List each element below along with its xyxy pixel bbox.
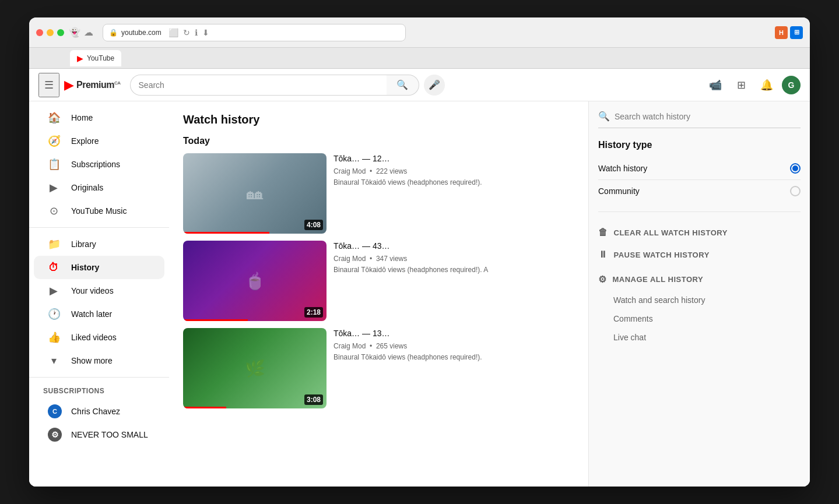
subscriptions-icon: 📋 bbox=[48, 158, 59, 171]
video-desc-2: Binaural Tōkaidō views (headphones requi… bbox=[334, 265, 574, 275]
right-panel: 🔍 History type Watch history Community bbox=[588, 101, 810, 487]
video-list: 🏘 4:08 Tōka… — 12… Craig Mod • bbox=[183, 153, 574, 408]
search-input[interactable] bbox=[130, 75, 387, 96]
youtube-app: ☰ ▶ PremiumCA 🔍 🎤 📹 ⊞ 🔔 G bbox=[29, 69, 810, 487]
sidebar-divider-1 bbox=[29, 227, 169, 228]
share-icon[interactable]: ⬜ bbox=[168, 28, 178, 37]
yt-premium-text: Premium bbox=[76, 80, 114, 90]
sidebar-item-youtube-music[interactable]: ⊙ YouTube Music bbox=[34, 199, 164, 223]
active-tab[interactable]: ▶ YouTube bbox=[70, 50, 121, 66]
radio-label-watch-history: Watch history bbox=[598, 164, 647, 173]
extension-h[interactable]: H bbox=[775, 26, 788, 39]
manage-watch-search[interactable]: Watch and search history bbox=[598, 291, 801, 309]
video-duration-2: 2:18 bbox=[304, 307, 323, 318]
refresh-icon[interactable]: ↻ bbox=[183, 28, 190, 37]
sidebar-label-your-videos: Your videos bbox=[71, 286, 114, 295]
cloud-icon[interactable]: ☁ bbox=[84, 27, 93, 38]
sidebar-item-watch-later[interactable]: 🕐 Watch later bbox=[34, 302, 164, 326]
video-meta-1: Craig Mod • 222 views bbox=[334, 167, 574, 175]
close-button[interactable] bbox=[36, 29, 43, 36]
chevron-down-icon: ▾ bbox=[48, 354, 59, 367]
home-icon: 🏠 bbox=[48, 111, 59, 124]
create-button[interactable]: 📹 bbox=[705, 75, 726, 96]
sidebar-item-chris-chavez[interactable]: C Chris Chavez bbox=[34, 400, 164, 423]
search-history-input[interactable] bbox=[615, 112, 801, 121]
video-desc-3: Binaural Tōkaidō views (headphones requi… bbox=[334, 353, 574, 362]
sidebar-item-liked-videos[interactable]: 👍 Liked videos bbox=[34, 326, 164, 349]
sidebar-item-subscriptions[interactable]: 📋 Subscriptions bbox=[34, 153, 164, 176]
search-history-icon: 🔍 bbox=[598, 111, 610, 122]
sidebar-item-your-videos[interactable]: ▶ Your videos bbox=[34, 279, 164, 302]
clear-all-button[interactable]: 🗑 CLEAR ALL WATCH HISTORY bbox=[598, 221, 801, 244]
sidebar-label-liked-videos: Liked videos bbox=[71, 333, 117, 342]
sidebar-item-originals[interactable]: ▶ Originals bbox=[34, 176, 164, 199]
music-icon: ⊙ bbox=[48, 205, 59, 217]
video-thumbnail-1[interactable]: 🏘 4:08 bbox=[183, 153, 327, 234]
youtube-favicon: ▶ bbox=[77, 54, 83, 63]
tab-bar: ▶ YouTube bbox=[29, 48, 810, 69]
sidebar-item-show-more[interactable]: ▾ Show more bbox=[34, 349, 164, 372]
video-thumbnail-2[interactable]: 🍵 2:18 bbox=[183, 241, 327, 321]
history-type-title: History type bbox=[598, 140, 801, 150]
mac-window: 👻 ☁ 🔒 youtube.com ⬜ ↻ ℹ ⬇ H ⊞ ▶ YouTube bbox=[29, 17, 810, 487]
view-count-2: 347 views bbox=[376, 255, 407, 263]
avatar[interactable]: G bbox=[782, 76, 801, 94]
manage-all-button[interactable]: ⚙ MANAGE ALL HISTORY bbox=[598, 268, 801, 291]
traffic-lights bbox=[36, 29, 64, 36]
sidebar-item-never-too-small[interactable]: ⚙ NEVER TOO SMALL bbox=[34, 423, 164, 446]
sidebar-label-library: Library bbox=[71, 239, 96, 249]
ghost-icon[interactable]: 👻 bbox=[69, 27, 80, 38]
browser-nav: 👻 ☁ bbox=[69, 27, 93, 38]
mic-button[interactable]: 🎤 bbox=[424, 75, 445, 96]
subscriptions-title: SUBSCRIPTIONS bbox=[29, 382, 169, 400]
manage-live-chat[interactable]: Live chat bbox=[598, 328, 801, 347]
view-count-1: 222 views bbox=[376, 167, 407, 175]
video-info-2: Tōka… — 43… Craig Mod • 347 views Binaur… bbox=[334, 241, 574, 274]
video-info-3: Tōka… — 13… Craig Mod • 265 views Binaur… bbox=[334, 328, 574, 362]
radio-option-community[interactable]: Community bbox=[598, 179, 801, 202]
search-button[interactable]: 🔍 bbox=[387, 75, 419, 96]
menu-button[interactable]: ☰ bbox=[38, 73, 59, 97]
channel-name-3: Craig Mod bbox=[334, 342, 366, 350]
video-progress-bar-3 bbox=[183, 407, 226, 408]
radio-circle-community[interactable] bbox=[790, 186, 801, 196]
notifications-button[interactable]: 🔔 bbox=[756, 75, 777, 96]
manage-comments[interactable]: Comments bbox=[598, 309, 801, 328]
extension-b[interactable]: ⊞ bbox=[790, 26, 803, 39]
yt-logo[interactable]: ▶ PremiumCA bbox=[64, 77, 121, 93]
sidebar-divider-2 bbox=[29, 377, 169, 378]
table-row[interactable]: 🏘 4:08 Tōka… — 12… Craig Mod • bbox=[183, 153, 574, 234]
pause-watch-button[interactable]: ⏸ PAUSE WATCH HISTORY bbox=[598, 244, 801, 266]
chris-chavez-avatar: C bbox=[48, 404, 62, 418]
radio-option-watch-history[interactable]: Watch history bbox=[598, 157, 801, 179]
sidebar-item-explore[interactable]: 🧭 Explore bbox=[34, 129, 164, 153]
video-desc-1: Binaural Tōkaidō views (headphones requi… bbox=[334, 178, 574, 188]
thumb-scene-icon-2: 🍵 bbox=[245, 272, 265, 291]
watch-later-icon: 🕐 bbox=[48, 308, 59, 320]
history-icon: ⏱ bbox=[48, 262, 59, 274]
thumb-scene-icon: 🏘 bbox=[247, 184, 263, 203]
sidebar-item-library[interactable]: 📁 Library bbox=[34, 232, 164, 256]
video-title-3: Tōka… — 13… bbox=[334, 328, 574, 340]
sidebar-item-history[interactable]: ⏱ History bbox=[34, 256, 164, 279]
sidebar-item-home[interactable]: 🏠 Home bbox=[34, 106, 164, 129]
address-bar-icons: ⬜ ↻ ℹ ⬇ bbox=[168, 28, 209, 37]
video-thumbnail-3[interactable]: 🌿 3:08 bbox=[183, 328, 327, 408]
maximize-button[interactable] bbox=[57, 29, 64, 36]
explore-icon: 🧭 bbox=[48, 135, 59, 147]
minimize-button[interactable] bbox=[47, 29, 54, 36]
download-icon[interactable]: ⬇ bbox=[202, 28, 209, 37]
address-bar[interactable]: 🔒 youtube.com ⬜ ↻ ℹ ⬇ bbox=[103, 24, 406, 41]
info-icon[interactable]: ℹ bbox=[195, 28, 198, 37]
pause-watch-label: PAUSE WATCH HISTORY bbox=[614, 251, 710, 259]
your-videos-icon: ▶ bbox=[48, 284, 59, 297]
radio-label-community: Community bbox=[598, 186, 640, 196]
sidebar-label-explore: Explore bbox=[71, 136, 99, 146]
table-row[interactable]: 🍵 2:18 Tōka… — 43… Craig Mod • bbox=[183, 241, 574, 321]
radio-circle-watch-history[interactable] bbox=[790, 163, 801, 174]
apps-button[interactable]: ⊞ bbox=[731, 75, 752, 96]
sidebar-label-music: YouTube Music bbox=[71, 206, 127, 216]
section-date: Today bbox=[183, 136, 574, 146]
yt-logo-icon: ▶ bbox=[64, 77, 74, 93]
table-row[interactable]: 🌿 3:08 Tōka… — 13… Craig Mod • bbox=[183, 328, 574, 408]
